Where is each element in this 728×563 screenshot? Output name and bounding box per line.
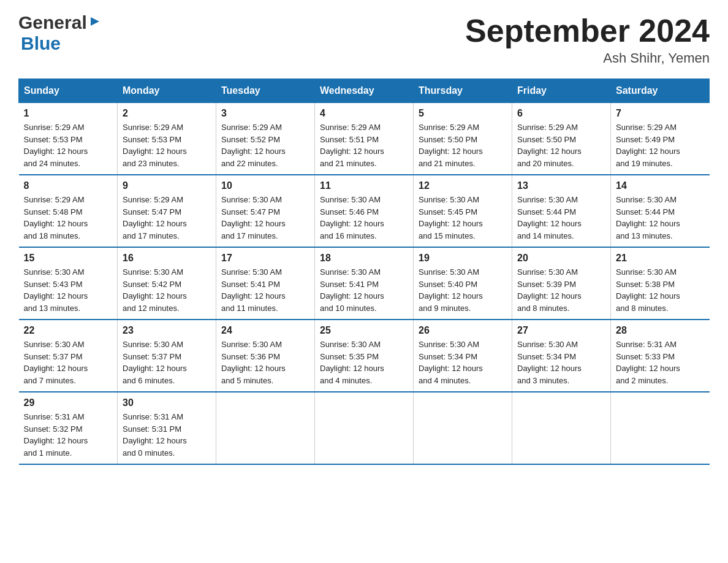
- calendar-table: SundayMondayTuesdayWednesdayThursdayFrid…: [18, 79, 710, 465]
- calendar-cell: 17 Sunrise: 5:30 AM Sunset: 5:41 PM Dayl…: [216, 247, 315, 320]
- calendar-week-row: 22 Sunrise: 5:30 AM Sunset: 5:37 PM Dayl…: [19, 320, 710, 392]
- day-info: Sunrise: 5:31 AM Sunset: 5:31 PM Dayligh…: [123, 411, 211, 459]
- calendar-cell: 7 Sunrise: 5:29 AM Sunset: 5:49 PM Dayli…: [611, 103, 710, 175]
- calendar-header-tuesday: Tuesday: [216, 79, 315, 103]
- calendar-cell: 21 Sunrise: 5:30 AM Sunset: 5:38 PM Dayl…: [611, 247, 710, 320]
- calendar-cell: 2 Sunrise: 5:29 AM Sunset: 5:53 PM Dayli…: [118, 103, 216, 175]
- calendar-cell: [512, 392, 611, 464]
- day-info: Sunrise: 5:29 AM Sunset: 5:51 PM Dayligh…: [320, 121, 408, 169]
- calendar-cell: 14 Sunrise: 5:30 AM Sunset: 5:44 PM Dayl…: [611, 175, 710, 247]
- day-info: Sunrise: 5:30 AM Sunset: 5:44 PM Dayligh…: [517, 194, 605, 242]
- calendar-cell: 12 Sunrise: 5:30 AM Sunset: 5:45 PM Dayl…: [414, 175, 512, 247]
- day-info: Sunrise: 5:31 AM Sunset: 5:32 PM Dayligh…: [24, 411, 113, 459]
- day-info: Sunrise: 5:30 AM Sunset: 5:37 PM Dayligh…: [123, 339, 211, 386]
- day-number: 23: [123, 325, 211, 336]
- day-number: 18: [320, 253, 408, 264]
- calendar-cell: 4 Sunrise: 5:29 AM Sunset: 5:51 PM Dayli…: [315, 103, 414, 175]
- calendar-cell: 20 Sunrise: 5:30 AM Sunset: 5:39 PM Dayl…: [512, 247, 611, 320]
- location-text: Ash Shihr, Yemen: [465, 50, 710, 66]
- day-info: Sunrise: 5:30 AM Sunset: 5:38 PM Dayligh…: [616, 266, 705, 314]
- day-info: Sunrise: 5:29 AM Sunset: 5:48 PM Dayligh…: [24, 194, 113, 242]
- day-number: 22: [24, 325, 113, 336]
- calendar-cell: 27 Sunrise: 5:30 AM Sunset: 5:34 PM Dayl…: [512, 320, 611, 392]
- calendar-week-row: 8 Sunrise: 5:29 AM Sunset: 5:48 PM Dayli…: [19, 175, 710, 247]
- day-info: Sunrise: 5:30 AM Sunset: 5:34 PM Dayligh…: [419, 339, 507, 386]
- calendar-cell: 3 Sunrise: 5:29 AM Sunset: 5:52 PM Dayli…: [216, 103, 315, 175]
- day-info: Sunrise: 5:30 AM Sunset: 5:35 PM Dayligh…: [320, 339, 408, 386]
- day-info: Sunrise: 5:29 AM Sunset: 5:50 PM Dayligh…: [419, 121, 507, 169]
- calendar-cell: 22 Sunrise: 5:30 AM Sunset: 5:37 PM Dayl…: [19, 320, 118, 392]
- day-number: 13: [517, 180, 605, 191]
- day-number: 29: [24, 397, 113, 408]
- day-info: Sunrise: 5:30 AM Sunset: 5:46 PM Dayligh…: [320, 194, 408, 242]
- day-info: Sunrise: 5:30 AM Sunset: 5:41 PM Dayligh…: [221, 266, 309, 314]
- calendar-cell: [315, 392, 414, 464]
- calendar-cell: 30 Sunrise: 5:31 AM Sunset: 5:31 PM Dayl…: [118, 392, 216, 464]
- calendar-cell: 29 Sunrise: 5:31 AM Sunset: 5:32 PM Dayl…: [19, 392, 118, 464]
- day-number: 4: [320, 108, 408, 119]
- day-info: Sunrise: 5:30 AM Sunset: 5:43 PM Dayligh…: [24, 266, 113, 314]
- logo-general-text: General: [18, 12, 87, 33]
- calendar-header-saturday: Saturday: [611, 79, 710, 103]
- day-number: 3: [221, 108, 309, 119]
- day-info: Sunrise: 5:30 AM Sunset: 5:45 PM Dayligh…: [419, 194, 507, 242]
- day-info: Sunrise: 5:29 AM Sunset: 5:53 PM Dayligh…: [123, 121, 211, 169]
- day-info: Sunrise: 5:30 AM Sunset: 5:36 PM Dayligh…: [221, 339, 309, 386]
- day-info: Sunrise: 5:29 AM Sunset: 5:53 PM Dayligh…: [24, 121, 113, 169]
- day-number: 8: [24, 180, 113, 191]
- svg-marker-0: [91, 17, 99, 26]
- calendar-cell: 6 Sunrise: 5:29 AM Sunset: 5:50 PM Dayli…: [512, 103, 611, 175]
- day-info: Sunrise: 5:30 AM Sunset: 5:41 PM Dayligh…: [320, 266, 408, 314]
- calendar-cell: [611, 392, 710, 464]
- calendar-cell: 23 Sunrise: 5:30 AM Sunset: 5:37 PM Dayl…: [118, 320, 216, 392]
- day-info: Sunrise: 5:30 AM Sunset: 5:42 PM Dayligh…: [123, 266, 211, 314]
- calendar-cell: [216, 392, 315, 464]
- logo: General Blue: [18, 12, 103, 54]
- calendar-cell: 18 Sunrise: 5:30 AM Sunset: 5:41 PM Dayl…: [315, 247, 414, 320]
- day-info: Sunrise: 5:31 AM Sunset: 5:33 PM Dayligh…: [616, 339, 705, 386]
- page-header: General Blue September 2024 Ash Shihr, Y…: [18, 12, 710, 66]
- calendar-cell: 5 Sunrise: 5:29 AM Sunset: 5:50 PM Dayli…: [414, 103, 512, 175]
- day-number: 6: [517, 108, 605, 119]
- calendar-cell: 11 Sunrise: 5:30 AM Sunset: 5:46 PM Dayl…: [315, 175, 414, 247]
- calendar-header-wednesday: Wednesday: [315, 79, 414, 103]
- day-number: 15: [24, 253, 113, 264]
- day-number: 9: [123, 180, 211, 191]
- calendar-cell: 13 Sunrise: 5:30 AM Sunset: 5:44 PM Dayl…: [512, 175, 611, 247]
- calendar-week-row: 29 Sunrise: 5:31 AM Sunset: 5:32 PM Dayl…: [19, 392, 710, 464]
- day-number: 2: [123, 108, 211, 119]
- day-number: 19: [419, 253, 507, 264]
- day-number: 14: [616, 180, 705, 191]
- calendar-cell: 15 Sunrise: 5:30 AM Sunset: 5:43 PM Dayl…: [19, 247, 118, 320]
- calendar-cell: 8 Sunrise: 5:29 AM Sunset: 5:48 PM Dayli…: [19, 175, 118, 247]
- day-info: Sunrise: 5:30 AM Sunset: 5:47 PM Dayligh…: [221, 194, 309, 242]
- day-number: 17: [221, 253, 309, 264]
- calendar-cell: 28 Sunrise: 5:31 AM Sunset: 5:33 PM Dayl…: [611, 320, 710, 392]
- day-number: 12: [419, 180, 507, 191]
- day-number: 11: [320, 180, 408, 191]
- calendar-cell: 16 Sunrise: 5:30 AM Sunset: 5:42 PM Dayl…: [118, 247, 216, 320]
- day-number: 16: [123, 253, 211, 264]
- calendar-cell: 1 Sunrise: 5:29 AM Sunset: 5:53 PM Dayli…: [19, 103, 118, 175]
- day-number: 26: [419, 325, 507, 336]
- day-info: Sunrise: 5:30 AM Sunset: 5:40 PM Dayligh…: [419, 266, 507, 314]
- day-info: Sunrise: 5:29 AM Sunset: 5:49 PM Dayligh…: [616, 121, 705, 169]
- day-number: 25: [320, 325, 408, 336]
- logo-blue-text: Blue: [21, 33, 61, 53]
- calendar-cell: 9 Sunrise: 5:29 AM Sunset: 5:47 PM Dayli…: [118, 175, 216, 247]
- calendar-header-friday: Friday: [512, 79, 611, 103]
- day-info: Sunrise: 5:30 AM Sunset: 5:44 PM Dayligh…: [616, 194, 705, 242]
- logo-arrow-icon: [88, 15, 102, 31]
- calendar-header-thursday: Thursday: [414, 79, 512, 103]
- calendar-cell: 25 Sunrise: 5:30 AM Sunset: 5:35 PM Dayl…: [315, 320, 414, 392]
- calendar-header-monday: Monday: [118, 79, 216, 103]
- day-info: Sunrise: 5:30 AM Sunset: 5:37 PM Dayligh…: [24, 339, 113, 386]
- calendar-cell: 24 Sunrise: 5:30 AM Sunset: 5:36 PM Dayl…: [216, 320, 315, 392]
- day-number: 24: [221, 325, 309, 336]
- calendar-header-sunday: Sunday: [19, 79, 118, 103]
- day-number: 21: [616, 253, 705, 264]
- calendar-cell: 26 Sunrise: 5:30 AM Sunset: 5:34 PM Dayl…: [414, 320, 512, 392]
- calendar-week-row: 15 Sunrise: 5:30 AM Sunset: 5:43 PM Dayl…: [19, 247, 710, 320]
- day-number: 1: [24, 108, 113, 119]
- calendar-cell: 19 Sunrise: 5:30 AM Sunset: 5:40 PM Dayl…: [414, 247, 512, 320]
